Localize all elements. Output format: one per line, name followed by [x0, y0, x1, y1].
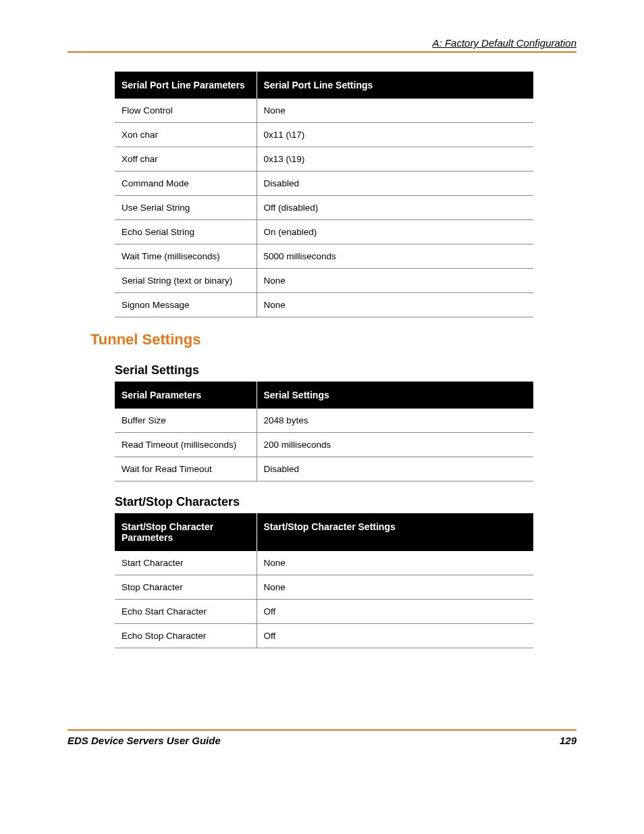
value-cell: None	[257, 99, 533, 123]
param-cell: Echo Stop Character	[115, 624, 257, 648]
table-row: Echo Stop CharacterOff	[115, 624, 533, 648]
table-row: Wait for Read TimeoutDisabled	[115, 457, 533, 481]
table-header-value: Start/Stop Character Settings	[257, 513, 533, 551]
subsection-title-serial: Serial Settings	[115, 363, 576, 379]
param-cell: Echo Start Character	[115, 600, 257, 624]
table-header-param: Start/Stop Character Parameters	[115, 513, 257, 551]
table-row: Stop CharacterNone	[115, 575, 533, 600]
table-row: Xon char0x11 (\17)	[115, 123, 533, 147]
value-cell: Disabled	[257, 457, 533, 481]
section-title-tunnel: Tunnel Settings	[90, 331, 576, 348]
serial-port-line-table: Serial Port Line Parameters Serial Port …	[115, 72, 533, 317]
value-cell: Off (disabled)	[257, 196, 533, 220]
value-cell: On (enabled)	[257, 220, 533, 244]
subsection-title-startstop: Start/Stop Characters	[115, 495, 576, 511]
param-cell: Use Serial String	[115, 196, 257, 220]
table-row: Echo Start CharacterOff	[115, 600, 533, 624]
table-header-param: Serial Port Line Parameters	[115, 72, 257, 99]
table-header-param: Serial Parameters	[115, 382, 257, 409]
table-row: Signon MessageNone	[115, 293, 533, 317]
param-cell: Serial String (text or binary)	[115, 269, 257, 293]
value-cell: None	[257, 269, 533, 293]
value-cell: 2048 bytes	[257, 409, 533, 433]
param-cell: Read Timeout (milliseconds)	[115, 433, 257, 457]
param-cell: Signon Message	[115, 293, 257, 317]
table-row: Flow ControlNone	[115, 99, 533, 123]
value-cell: None	[257, 575, 533, 600]
param-cell: Echo Serial String	[115, 220, 257, 244]
table-row: Start CharacterNone	[115, 551, 533, 575]
value-cell: 5000 milliseconds	[257, 244, 533, 269]
value-cell: None	[257, 551, 533, 575]
param-cell: Xon char	[115, 123, 257, 147]
footer-rule	[68, 729, 576, 731]
page-footer: EDS Device Servers User Guide 129	[68, 729, 576, 746]
table-row: Echo Serial StringOn (enabled)	[115, 220, 533, 244]
header-rule	[68, 51, 576, 53]
value-cell: 0x11 (\17)	[257, 123, 533, 147]
param-cell: Start Character	[115, 551, 257, 575]
value-cell: 0x13 (\19)	[257, 147, 533, 172]
value-cell: Off	[257, 624, 533, 648]
param-cell: Command Mode	[115, 172, 257, 196]
table-row: Use Serial StringOff (disabled)	[115, 196, 533, 220]
table-header-value: Serial Port Line Settings	[257, 72, 533, 99]
param-cell: Flow Control	[115, 99, 257, 123]
param-cell: Stop Character	[115, 575, 257, 600]
content: Serial Port Line Parameters Serial Port …	[115, 72, 576, 317]
param-cell: Wait Time (milliseconds)	[115, 244, 257, 269]
page-header-appendix: A: Factory Default Configuration	[68, 37, 576, 51]
footer-guide: EDS Device Servers User Guide	[68, 735, 221, 746]
table-row: Serial String (text or binary)None	[115, 269, 533, 293]
param-cell: Xoff char	[115, 147, 257, 172]
serial-settings-table: Serial Parameters Serial Settings Buffer…	[115, 382, 533, 481]
value-cell: 200 milliseconds	[257, 433, 533, 457]
param-cell: Buffer Size	[115, 409, 257, 433]
value-cell: Disabled	[257, 172, 533, 196]
footer-page-number: 129	[560, 735, 576, 746]
table-row: Xoff char0x13 (\19)	[115, 147, 533, 172]
value-cell: Off	[257, 600, 533, 624]
table-row: Read Timeout (milliseconds)200 milliseco…	[115, 433, 533, 457]
tunnel-content: Serial Settings Serial Parameters Serial…	[115, 363, 576, 648]
table-header-value: Serial Settings	[257, 382, 533, 409]
table-row: Wait Time (milliseconds)5000 millisecond…	[115, 244, 533, 269]
table-row: Buffer Size2048 bytes	[115, 409, 533, 433]
table-row: Command ModeDisabled	[115, 172, 533, 196]
value-cell: None	[257, 293, 533, 317]
startstop-table: Start/Stop Character Parameters Start/St…	[115, 513, 533, 648]
param-cell: Wait for Read Timeout	[115, 457, 257, 481]
